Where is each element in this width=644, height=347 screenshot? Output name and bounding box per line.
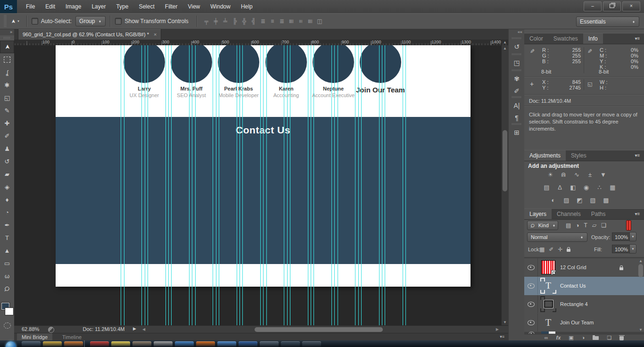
hue-saturation-icon[interactable]: ▤	[541, 183, 552, 191]
channel-mixer-icon[interactable]: ∴	[594, 183, 605, 191]
menu-file[interactable]: File	[21, 0, 40, 13]
curves-icon[interactable]: ∿	[571, 171, 582, 179]
new-adjustment-layer-icon[interactable]: ◑	[582, 335, 585, 341]
guide[interactable]	[314, 45, 314, 325]
auto-select-checkbox[interactable]	[32, 18, 38, 25]
taskbar-app-icon[interactable]	[217, 341, 236, 347]
distribute-bottom-edges-icon[interactable]: ≣	[278, 17, 286, 25]
vertical-scroll-thumb[interactable]	[503, 130, 507, 191]
filter-shape-layers-icon[interactable]: ▱	[592, 222, 596, 229]
add-layer-mask-icon[interactable]: ▣	[569, 335, 573, 341]
scroll-down-icon[interactable]: ▼	[639, 328, 643, 332]
guide[interactable]	[284, 45, 284, 325]
guide[interactable]	[145, 45, 145, 325]
taskbar-app-icon[interactable]	[175, 341, 194, 347]
gradient-map-icon[interactable]: ▧	[587, 196, 598, 204]
guide[interactable]	[331, 45, 332, 325]
guide[interactable]	[287, 45, 288, 325]
distribute-vertical-centers-icon[interactable]: ≡	[268, 17, 277, 25]
quick-mask-button[interactable]	[4, 322, 11, 329]
guide[interactable]	[403, 45, 403, 325]
restore-button[interactable]	[603, 1, 621, 11]
invert-icon[interactable]: ◐	[548, 196, 559, 204]
layer-row-rectangle-4[interactable]: Rectangle 4	[524, 295, 644, 314]
layer-thumbnail[interactable]	[541, 297, 555, 311]
layers-scroll-thumb[interactable]	[638, 264, 643, 277]
levels-icon[interactable]: ⋒	[558, 171, 569, 179]
dock-expand-icon[interactable]: ««	[509, 29, 525, 35]
eyedropper-tool[interactable]: ✎	[0, 104, 14, 117]
character-panel-icon[interactable]: A|	[509, 100, 525, 111]
brush-settings-panel-icon[interactable]: ✐	[509, 85, 525, 97]
guide[interactable]	[358, 45, 359, 325]
taskbar-app-icon[interactable]	[260, 341, 279, 347]
brightness-contrast-icon[interactable]: ☀	[545, 171, 556, 179]
guide[interactable]	[334, 45, 335, 325]
guide[interactable]	[237, 45, 237, 325]
tab-color[interactable]: Color	[524, 33, 548, 44]
layer-thumbnail[interactable]: T	[541, 315, 555, 330]
color-lookup-icon[interactable]: ▦	[607, 183, 618, 191]
guide[interactable]	[290, 45, 290, 325]
menu-select[interactable]: Select	[133, 0, 159, 13]
pen-tool[interactable]: ✒	[0, 219, 14, 231]
lock-image-pixels-icon[interactable]: ✐	[549, 246, 553, 253]
eraser-tool[interactable]: ▰	[0, 168, 14, 181]
new-layer-icon[interactable]: ❏	[607, 335, 611, 341]
guide[interactable]	[168, 45, 169, 325]
document-tab[interactable]: 960_grid_12_col.psd @ 62.9% (Contact Us,…	[18, 29, 161, 40]
tab-layers[interactable]: Layers	[524, 209, 552, 219]
threshold-icon[interactable]: ◩	[574, 196, 585, 204]
close-tab-icon[interactable]: ×	[154, 32, 157, 37]
new-group-icon[interactable]	[593, 336, 599, 340]
guide[interactable]	[216, 45, 216, 325]
auto-select-target-dropdown[interactable]: Group	[75, 16, 106, 26]
guide[interactable]	[308, 45, 308, 325]
scroll-up-icon[interactable]: ▲	[502, 46, 508, 50]
scroll-right-icon[interactable]: ▶	[496, 327, 499, 331]
blend-mode-dropdown[interactable]: Normal	[527, 232, 587, 242]
taskbar-app-icon[interactable]	[281, 341, 300, 347]
guide[interactable]	[355, 45, 355, 325]
posterize-icon[interactable]: ▨	[561, 196, 572, 204]
guide[interactable]	[219, 45, 219, 325]
panel-menu-icon[interactable]: ▾≡	[631, 209, 644, 219]
layer-row-12-col-grid[interactable]: 12 Col Grid	[524, 258, 644, 277]
menu-filter[interactable]: Filter	[160, 0, 183, 13]
menu-edit[interactable]: Edit	[40, 0, 60, 13]
minimize-button[interactable]: –	[584, 1, 602, 11]
taskbar-app-icon[interactable]	[302, 341, 321, 347]
align-horizontal-centers-icon[interactable]: ╬	[240, 17, 248, 25]
delete-layer-icon[interactable]	[619, 336, 624, 340]
vibrance-icon[interactable]: ▼	[598, 171, 609, 179]
clone-stamp-tool[interactable]: ♟	[0, 142, 14, 155]
fill-value[interactable]: 100%	[612, 245, 630, 253]
align-vertical-centers-icon[interactable]: ╪	[212, 17, 220, 25]
tools-collapse-icon[interactable]: »	[0, 29, 14, 35]
background-color-swatch[interactable]	[5, 308, 13, 315]
filter-adjustment-layers-icon[interactable]: ◑	[576, 222, 579, 229]
lock-transparent-pixels-icon[interactable]: ▦	[539, 246, 545, 253]
guide[interactable]	[311, 45, 311, 325]
lock-position-icon[interactable]: ✛	[558, 246, 562, 253]
guide[interactable]	[141, 45, 142, 325]
guide[interactable]	[382, 45, 382, 325]
opacity-dropdown-icon[interactable]: ▼	[629, 232, 636, 241]
path-selection-tool[interactable]: ▲	[0, 244, 14, 257]
opacity-value[interactable]: 100%	[612, 232, 630, 241]
lasso-tool[interactable]: ʆ	[0, 66, 14, 79]
scroll-up-icon[interactable]: ▲	[639, 259, 643, 263]
guide[interactable]	[239, 45, 240, 325]
taskbar-app-icon[interactable]	[154, 341, 173, 347]
hand-tool[interactable]: ω	[0, 270, 14, 282]
panel-menu-icon[interactable]: ▾≡	[500, 334, 504, 339]
panel-menu-icon[interactable]: ▾≡	[631, 33, 644, 44]
canvas-viewport[interactable]: Larry UX Designer Mrs. Puff SEO Analyst …	[14, 45, 502, 325]
tab-channels[interactable]: Channels	[552, 209, 586, 219]
filtering-on-toggle[interactable]	[626, 220, 631, 231]
distribute-left-edges-icon[interactable]: ≣	[288, 17, 295, 25]
guide[interactable]	[195, 45, 196, 325]
horizontal-scroll-thumb[interactable]	[255, 327, 383, 332]
guide[interactable]	[385, 45, 385, 325]
taskbar-app-icon[interactable]	[90, 341, 109, 347]
